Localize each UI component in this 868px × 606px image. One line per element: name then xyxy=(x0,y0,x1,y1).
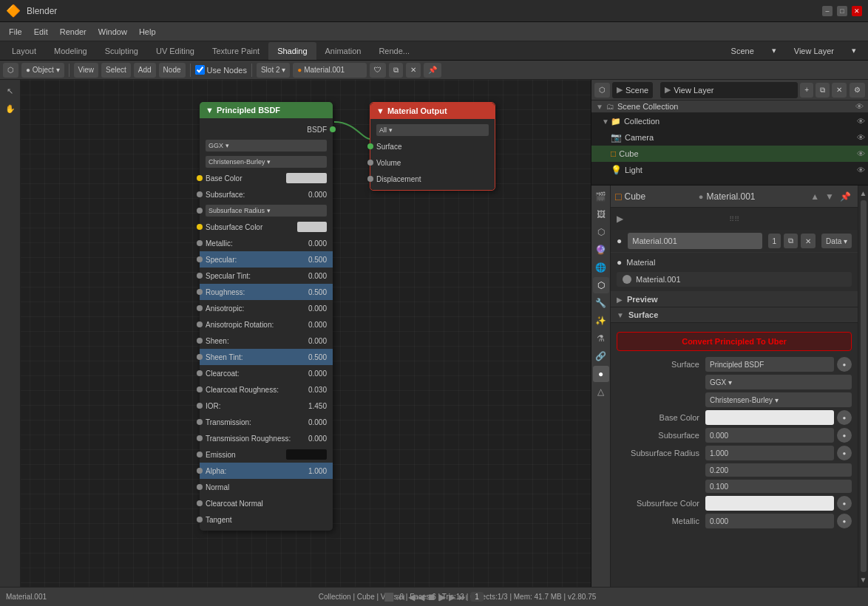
tab-view-layer[interactable]: Scene xyxy=(722,42,763,60)
playback-next-frame[interactable]: ▶ xyxy=(449,592,455,602)
metallic-prop-value[interactable]: 0.000 xyxy=(705,514,834,528)
camera-eye[interactable]: 👁 xyxy=(857,133,865,142)
window-menu[interactable]: Window xyxy=(92,26,133,38)
subrad-sub-val3[interactable]: 0.100 xyxy=(705,480,852,493)
tab-animation[interactable]: Animation xyxy=(316,42,370,60)
prop-scene-tab[interactable]: 🔮 xyxy=(593,242,609,258)
scroll-down-arrow[interactable]: ▼ xyxy=(858,573,869,585)
bsdf-ggx-row[interactable]: GGX ▾ xyxy=(200,137,333,154)
outliner-cube[interactable]: □ Cube 👁 xyxy=(591,146,868,162)
view-layer-add-btn[interactable]: + xyxy=(800,83,813,98)
prop-physics-tab[interactable]: ⚗ xyxy=(593,330,609,347)
editor-type-btn[interactable]: ⬡ xyxy=(3,63,18,78)
christensen-prop-dropdown[interactable]: Christensen-Burley ▾ xyxy=(705,392,852,407)
prop-particles-tab[interactable]: ✨ xyxy=(593,313,609,329)
use-nodes-checkbox[interactable] xyxy=(195,65,205,75)
scene-collection-eye[interactable]: 👁 xyxy=(855,102,864,111)
close-button[interactable]: ✕ xyxy=(852,6,862,16)
light-eye[interactable]: 👁 xyxy=(857,166,865,174)
mat-copy-btn[interactable]: ⧉ xyxy=(784,234,798,248)
playback-record[interactable] xyxy=(384,593,393,602)
playback-jump-start[interactable]: ⏮ xyxy=(396,592,405,602)
base-color-prop-swatch[interactable] xyxy=(705,410,834,425)
metallic-dot-btn[interactable]: ● xyxy=(837,514,852,528)
outliner-collection[interactable]: ▼ 📁 Collection 👁 xyxy=(591,113,868,129)
pin-btn[interactable]: 📌 xyxy=(424,63,441,78)
subsurface-prop-value[interactable]: 0.000 xyxy=(705,428,834,443)
scene-collection-expand[interactable]: ▼ xyxy=(596,103,603,111)
mat-unlink-btn[interactable]: ✕ xyxy=(801,234,816,248)
shield-btn[interactable]: 🛡 xyxy=(370,63,386,78)
playback-prev-frame[interactable]: ◀ xyxy=(408,592,415,602)
scene-input[interactable]: ▶ Scene xyxy=(612,82,653,98)
view-layer-input[interactable]: ▶ View Layer xyxy=(660,82,798,98)
tab-uv-editing[interactable]: UV Editing xyxy=(147,42,203,60)
close-node-btn[interactable]: ✕ xyxy=(406,63,421,78)
subrad-val1[interactable]: 1.000 xyxy=(705,446,834,460)
node-btn[interactable]: Node xyxy=(159,63,186,78)
mat-all-dropdown[interactable]: All ▾ xyxy=(376,124,489,136)
tab-layout[interactable]: Layout xyxy=(3,42,45,60)
surface-value-dropdown[interactable]: Principled BSDF xyxy=(705,357,834,372)
subsurface-dot-btn[interactable]: ● xyxy=(837,428,852,443)
playback-stop[interactable]: ⏹ xyxy=(427,592,436,602)
add-btn[interactable]: Add xyxy=(134,63,156,78)
cube-eye[interactable]: 👁 xyxy=(857,149,865,158)
convert-btn[interactable]: Convert Principled To Uber xyxy=(617,332,852,351)
prop-render-tab[interactable]: 🎬 xyxy=(593,188,609,205)
playback-play-rev[interactable]: ◀ xyxy=(418,592,424,602)
outliner-camera[interactable]: 📷 Camera 👁 xyxy=(591,129,868,146)
material-dropdown[interactable]: ● Material.001 xyxy=(293,63,367,78)
maximize-button[interactable]: □ xyxy=(837,6,847,16)
tab-shading[interactable]: Shading xyxy=(268,42,316,60)
scroll-up-arrow[interactable]: ▲ xyxy=(858,187,869,199)
outliner-light[interactable]: 💡 Light 👁 xyxy=(591,162,868,178)
ggx-prop-dropdown[interactable]: GGX ▾ xyxy=(705,375,852,389)
help-menu[interactable]: Help xyxy=(133,26,162,38)
view-layer-remove-btn[interactable]: ✕ xyxy=(832,83,847,98)
preview-section-header[interactable]: ▶ Preview xyxy=(611,292,858,307)
node-editor[interactable]: ↖ ✋ ▼ Principled BSDF BSDF GGX ▾ xyxy=(0,80,591,587)
tab-view-layer-arrow[interactable]: ▾ xyxy=(843,42,865,60)
edit-menu[interactable]: Edit xyxy=(28,26,54,38)
base-color-dot-btn[interactable]: ● xyxy=(837,410,852,425)
subrad-sub-val2[interactable]: 0.200 xyxy=(705,463,852,477)
surface-section-header[interactable]: ▼ Surface xyxy=(611,307,858,323)
mat-users-btn[interactable]: 1 xyxy=(768,234,781,248)
ggx-dropdown[interactable]: GGX ▾ xyxy=(206,140,327,152)
view-layer-copy-btn[interactable]: ⧉ xyxy=(816,83,830,98)
material-name-field[interactable]: Material.001 xyxy=(628,233,762,249)
scene-mode-btn[interactable]: ⬡ xyxy=(594,83,610,98)
prop-object-tab[interactable]: ⬡ xyxy=(593,277,609,293)
tab-modeling[interactable]: Modeling xyxy=(45,42,96,60)
prop-modifier-tab[interactable]: 🔧 xyxy=(593,295,609,311)
material-slot-item[interactable]: Material.001 xyxy=(617,272,852,287)
bsdf-subrad-row[interactable]: Subsurface Radius ▾ xyxy=(200,202,333,219)
tab-scene[interactable]: ▾ xyxy=(763,42,785,60)
mat-data-dropdown[interactable]: Data ▾ xyxy=(821,234,852,248)
subcol-prop-swatch[interactable] xyxy=(705,496,834,511)
prop-output-tab[interactable]: 🖼 xyxy=(593,206,609,222)
subcol-swatch[interactable] xyxy=(297,222,327,232)
object-mode-dropdown[interactable]: ● Object ▾ xyxy=(21,63,64,78)
minimize-button[interactable]: – xyxy=(822,6,833,16)
tab-texture-paint[interactable]: Texture Paint xyxy=(203,42,268,60)
emission-swatch[interactable] xyxy=(286,449,327,460)
prop-view-layer-tab[interactable]: ⬡ xyxy=(593,224,609,240)
christensen-dropdown[interactable]: Christensen-Burley ▾ xyxy=(206,156,327,168)
playback-play[interactable]: ▶ xyxy=(439,592,446,602)
select-btn[interactable]: Select xyxy=(101,63,131,78)
tab-view-layer-label[interactable]: View Layer xyxy=(785,42,843,60)
base-color-swatch[interactable] xyxy=(286,173,327,183)
subcol-dot-btn[interactable]: ● xyxy=(837,496,852,511)
render-menu[interactable]: Render xyxy=(54,26,92,38)
view-btn[interactable]: View xyxy=(74,63,99,78)
subrad-dot-btn[interactable]: ● xyxy=(837,446,852,460)
file-menu[interactable]: File xyxy=(3,26,28,38)
tab-render[interactable]: Rende... xyxy=(370,42,418,60)
prop-nav-up[interactable]: ▲ xyxy=(808,191,821,202)
prop-constraints-tab[interactable]: 🔗 xyxy=(593,348,609,364)
node-select-tool[interactable]: ↖ xyxy=(2,83,18,99)
slot-dropdown[interactable]: Slot 2 ▾ xyxy=(257,63,290,78)
prop-material-tab[interactable]: ● xyxy=(593,366,609,382)
